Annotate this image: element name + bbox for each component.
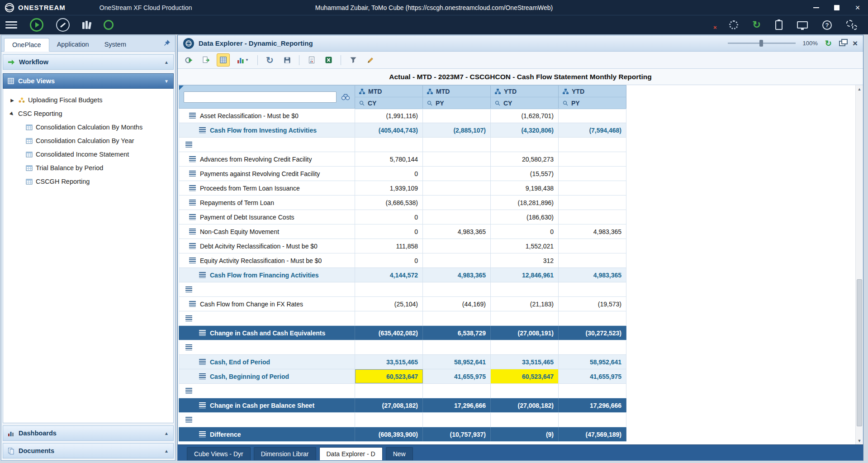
value-cell[interactable]: 4,983,365 [423, 268, 491, 282]
sidebar-section-dashboards[interactable]: Dashboards ▲ [3, 425, 174, 441]
value-cell[interactable] [423, 340, 491, 354]
value-cell[interactable] [559, 311, 626, 325]
maximize-button[interactable] [826, 0, 847, 15]
row-label-cell[interactable]: Payment of Debt Issurance Costs [179, 210, 355, 224]
edit-pencil-button[interactable] [364, 53, 377, 67]
tab-cube-views[interactable]: Cube Views - Dyr [187, 447, 251, 460]
run-report-button[interactable] [182, 53, 195, 67]
value-cell[interactable]: (608,393,900) [355, 427, 423, 441]
value-cell[interactable] [423, 282, 491, 296]
row-label-cell[interactable]: Debt Acitvity Reclassification - Must be… [179, 239, 355, 253]
value-cell[interactable]: (30,272,523) [559, 326, 626, 340]
value-cell[interactable]: (44,169) [423, 297, 491, 311]
tab-new[interactable]: New [386, 447, 413, 460]
sync-icon[interactable]: ↻ [753, 20, 761, 30]
tree-collapsed-icon[interactable]: ▶ [9, 98, 15, 103]
vertical-scrollbar[interactable]: ▲ ▼ [855, 85, 863, 444]
value-cell[interactable]: (21,183) [491, 297, 559, 311]
help-icon[interactable]: ? [822, 20, 832, 30]
save-button[interactable] [280, 53, 294, 67]
value-cell[interactable]: (15,557) [491, 167, 559, 181]
row-label-cell[interactable]: Advances from Revolving Credit Facility [179, 152, 355, 166]
value-cell[interactable]: 6,538,729 [423, 326, 491, 340]
value-cell[interactable] [491, 311, 559, 325]
value-cell[interactable]: 1,552,021 [491, 239, 559, 253]
settings-gears-icon[interactable] [846, 20, 857, 30]
row-label-cell[interactable] [179, 311, 355, 325]
value-cell[interactable]: 12,846,961 [491, 268, 559, 282]
refresh-window-icon[interactable]: ↻ [825, 39, 832, 48]
value-cell[interactable]: (635,402,082) [355, 326, 423, 340]
value-cell[interactable] [423, 109, 491, 123]
value-cell[interactable] [559, 196, 626, 210]
value-cell[interactable] [423, 413, 491, 427]
sidebar-section-workflow[interactable]: Workflow ▲ [3, 54, 174, 70]
library-icon[interactable] [82, 21, 91, 29]
value-cell[interactable]: (4,320,806) [491, 123, 559, 137]
scroll-up-icon[interactable]: ▲ [856, 85, 863, 93]
value-cell[interactable] [491, 138, 559, 152]
tab-system[interactable]: System [97, 38, 134, 51]
refresh-grid-button[interactable]: ↻ [263, 53, 276, 67]
value-cell[interactable] [559, 109, 626, 123]
close-button[interactable]: × [847, 0, 868, 15]
value-cell[interactable] [423, 138, 491, 152]
value-cell[interactable] [423, 196, 491, 210]
value-cell[interactable]: 41,655,975 [559, 369, 626, 383]
row-label-cell[interactable]: Cash Flow from Change in FX Rates [179, 297, 355, 311]
value-cell[interactable]: 17,296,666 [423, 398, 491, 412]
value-cell[interactable]: 33,515,465 [491, 355, 559, 369]
value-cell[interactable]: 58,952,641 [423, 355, 491, 369]
value-cell[interactable] [491, 340, 559, 354]
popout-window-icon[interactable] [839, 41, 845, 46]
sidebar-section-cube-views[interactable]: Cube Views ▼ [3, 73, 174, 89]
value-cell[interactable]: 41,655,975 [423, 369, 491, 383]
tree-expanded-icon[interactable]: ▶ [9, 110, 16, 117]
row-label-cell[interactable]: Proceeds from Term Loan Issuance [179, 181, 355, 195]
value-cell[interactable] [423, 239, 491, 253]
value-cell[interactable]: 60,523,647 [355, 369, 423, 383]
value-cell[interactable]: 9,198,438 [491, 181, 559, 195]
row-label-cell[interactable]: Difference [179, 427, 355, 441]
value-cell[interactable]: 58,952,641 [559, 355, 626, 369]
binoculars-icon[interactable] [341, 93, 350, 100]
pin-icon[interactable] [163, 39, 171, 47]
value-cell[interactable] [559, 138, 626, 152]
value-cell[interactable]: (27,008,191) [491, 326, 559, 340]
value-cell[interactable] [423, 181, 491, 195]
row-label-cell[interactable]: Asset Reclassification - Must be $0 [179, 109, 355, 123]
tab-oneplace[interactable]: OnePlace [4, 38, 49, 52]
row-label-cell[interactable]: Non-Cash Equity Movement [179, 224, 355, 239]
column-header[interactable]: MTD PY [423, 85, 491, 109]
value-cell[interactable]: (405,404,743) [355, 123, 423, 137]
value-cell[interactable] [355, 138, 423, 152]
row-label-cell[interactable] [179, 340, 355, 354]
close-window-icon[interactable]: × [853, 39, 858, 48]
cube-view-item[interactable]: Consolidation Calculation By Year [3, 134, 173, 148]
cube-view-item[interactable]: Trial Balance by Period [3, 161, 173, 175]
column-header[interactable]: MTD CY [355, 85, 423, 109]
collapse-up-icon[interactable]: ▲ [164, 449, 169, 453]
value-cell[interactable]: 111,858 [355, 239, 423, 253]
row-label-cell[interactable]: Change in Cash per Balance Sheet [179, 398, 355, 412]
value-cell[interactable]: (2,885,107) [423, 123, 491, 137]
value-cell[interactable]: 0 [355, 253, 423, 267]
value-cell[interactable]: 5,780,144 [355, 152, 423, 166]
status-ring-icon[interactable] [104, 20, 114, 30]
report-button[interactable] [305, 53, 318, 67]
value-cell[interactable]: 33,515,465 [355, 355, 423, 369]
value-cell[interactable]: (186,630) [491, 210, 559, 224]
cube-view-item[interactable]: CSCGH Reporting [3, 175, 173, 188]
value-cell[interactable]: (9) [491, 427, 559, 441]
clipboard-icon[interactable] [775, 20, 783, 30]
value-cell[interactable]: (1,628,701) [491, 109, 559, 123]
value-cell[interactable]: (27,008,182) [355, 398, 423, 412]
cube-view-item[interactable]: Consolidated Income Statement [3, 148, 173, 161]
value-cell[interactable] [355, 384, 423, 398]
sidebar-section-documents[interactable]: Documents ▲ [3, 443, 174, 458]
row-label-cell[interactable] [179, 282, 355, 296]
scrollbar-thumb[interactable] [857, 279, 862, 427]
value-cell[interactable]: 0 [355, 224, 423, 239]
tab-dimension-library[interactable]: Dimension Librar [254, 447, 316, 460]
value-cell[interactable]: 0 [491, 224, 559, 239]
